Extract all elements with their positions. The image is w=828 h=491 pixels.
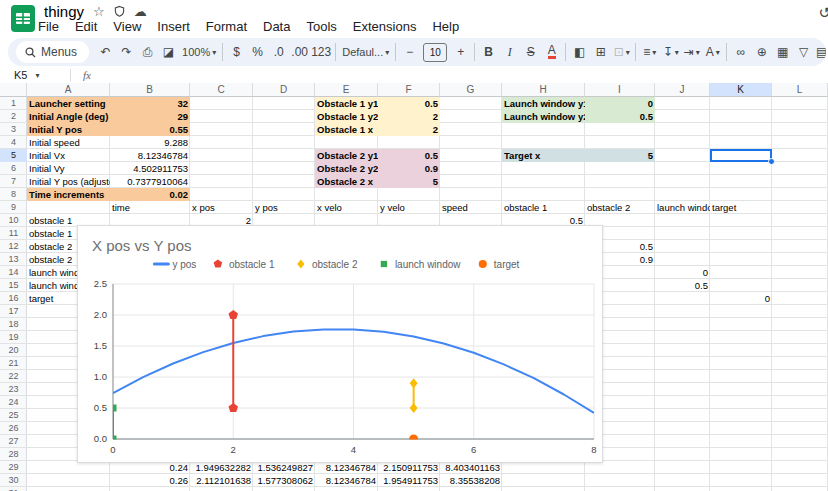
cell-C30[interactable]: 2.112101638 (190, 474, 253, 487)
cell-A4[interactable]: Initial speed (27, 136, 110, 149)
cell-G9[interactable]: speed (440, 201, 502, 214)
cell-E7[interactable]: Obstacle 2 x (315, 175, 378, 188)
cell-B6[interactable]: 4.502911753 (110, 162, 190, 175)
cell-H5[interactable]: Target x (502, 149, 585, 162)
redo-icon[interactable]: ↷ (116, 40, 137, 64)
column-header-d[interactable]: D (253, 83, 315, 97)
cell-B9[interactable]: time (110, 201, 190, 214)
cell-B31[interactable]: 0.28 (110, 487, 190, 491)
menu-item-tools[interactable]: Tools (298, 18, 344, 35)
cell-F30[interactable]: 1.954911753 (378, 474, 440, 487)
cell-D31[interactable]: 1.614446297 (253, 487, 315, 491)
cell-E1[interactable]: Obstacle 1 y1 (315, 97, 378, 110)
cell-B3[interactable]: 0.55 (110, 123, 190, 136)
column-header-j[interactable]: J (655, 83, 710, 97)
row-header-30[interactable]: 30 (0, 474, 27, 487)
row-header-8[interactable]: 8 (0, 188, 27, 201)
cell-F31[interactable]: 1.758911753 (378, 487, 440, 491)
row-header-31[interactable]: 31 (0, 487, 27, 491)
cell-F1[interactable]: 0.5 (378, 97, 440, 110)
row-header-27[interactable]: 27 (0, 435, 27, 448)
cell-J14[interactable]: 0 (655, 266, 710, 279)
row-header-3[interactable]: 3 (0, 123, 27, 136)
row-header-6[interactable]: 6 (0, 162, 27, 175)
paint-format-icon[interactable]: ◪ (158, 40, 179, 64)
cell-A3[interactable]: Initial Y pos (27, 123, 110, 136)
embedded-chart[interactable]: X pos vs Y pos0.00.51.01.52.02.502468y p… (77, 225, 603, 463)
row-header-26[interactable]: 26 (0, 422, 27, 435)
format-as-currency-icon[interactable]: $ (226, 40, 247, 64)
select-all-corner[interactable] (0, 83, 27, 97)
merge-cells-icon[interactable]: ⊡▾ (611, 40, 632, 64)
cell-I2[interactable]: 0.5 (585, 110, 655, 123)
cell-B5[interactable]: 8.12346784 (110, 149, 190, 162)
zoom-button[interactable]: 100%▾ (179, 40, 219, 64)
row-header-7[interactable]: 7 (0, 175, 27, 188)
menu-item-view[interactable]: View (105, 18, 149, 35)
vertical-align-icon[interactable]: ↧▾ (660, 40, 681, 64)
cell-J9[interactable]: launch window (655, 201, 710, 214)
increase-font-size-icon[interactable]: + (450, 40, 471, 64)
insert-chart-icon[interactable]: ▦ (772, 40, 793, 64)
cell-A5[interactable]: Initial Vx (27, 149, 110, 162)
menu-item-insert[interactable]: Insert (149, 18, 198, 35)
active-cell-outline[interactable] (710, 149, 772, 162)
print-icon[interactable]: ⎙ (137, 40, 158, 64)
formula-input[interactable] (91, 67, 828, 83)
column-header-g[interactable]: G (440, 83, 502, 97)
bold-icon[interactable]: B (478, 40, 499, 64)
column-header-b[interactable]: B (110, 83, 190, 97)
row-header-14[interactable]: 14 (0, 266, 27, 279)
column-header-k[interactable]: K (710, 83, 772, 97)
fill-color-icon[interactable]: ◧ (569, 40, 590, 64)
menu-item-extensions[interactable]: Extensions (345, 18, 425, 35)
row-header-17[interactable]: 17 (0, 305, 27, 318)
row-header-16[interactable]: 16 (0, 292, 27, 305)
text-wrap-icon[interactable]: ⇥▾ (681, 40, 702, 64)
font-size-button[interactable]: 10 (420, 40, 450, 64)
cell-F7[interactable]: 5 (378, 175, 440, 188)
row-header-13[interactable]: 13 (0, 253, 27, 266)
cell-B4[interactable]: 9.288 (110, 136, 190, 149)
cell-E5[interactable]: Obstacle 2 y1 (315, 149, 378, 162)
cell-J15[interactable]: 0.5 (655, 279, 710, 292)
row-header-18[interactable]: 18 (0, 318, 27, 331)
cell-B30[interactable]: 0.26 (110, 474, 190, 487)
column-header-c[interactable]: C (190, 83, 253, 97)
cell-E3[interactable]: Obstacle 1 x (315, 123, 378, 136)
cell-C31[interactable]: 2.274570995 (190, 487, 253, 491)
cell-F6[interactable]: 0.9 (378, 162, 440, 175)
cell-E31[interactable]: 8.12346784 (315, 487, 378, 491)
chevron-down-icon[interactable]: ▾ (35, 71, 39, 80)
row-header-15[interactable]: 15 (0, 279, 27, 292)
format-as-percent-icon[interactable]: % (247, 40, 268, 64)
cell-H9[interactable]: obstacle 1 (502, 201, 585, 214)
cell-B8[interactable]: 0.02 (110, 188, 190, 201)
row-header-24[interactable]: 24 (0, 396, 27, 409)
menu-item-file[interactable]: File (30, 18, 67, 35)
row-header-21[interactable]: 21 (0, 357, 27, 370)
cell-C9[interactable]: x pos (190, 201, 253, 214)
name-box[interactable]: K5 ▾ (0, 69, 62, 81)
cell-I1[interactable]: 0 (585, 97, 655, 110)
insert-comment-icon[interactable]: ⊕ (751, 40, 772, 64)
cell-G30[interactable]: 8.35538208 (440, 474, 502, 487)
strikethrough-icon[interactable]: S (520, 40, 541, 64)
more-formats-button[interactable]: 123 (310, 40, 332, 64)
cell-B1[interactable]: 32 (110, 97, 190, 110)
borders-icon[interactable]: ⊞ (590, 40, 611, 64)
row-header-23[interactable]: 23 (0, 383, 27, 396)
cell-D9[interactable]: y pos (253, 201, 315, 214)
fill-handle[interactable] (768, 158, 775, 165)
cell-E30[interactable]: 8.12346784 (315, 474, 378, 487)
search-menus-button[interactable]: Menus (16, 41, 89, 63)
cell-A8[interactable]: Time increments (27, 188, 110, 201)
column-header-l[interactable]: L (772, 83, 828, 97)
column-header-i[interactable]: I (585, 83, 655, 97)
create-filter-icon[interactable]: ▽ (793, 40, 814, 64)
column-header-a[interactable]: A (27, 83, 110, 97)
cell-I9[interactable]: obstacle 2 (585, 201, 655, 214)
cell-B7[interactable]: 0.7377910064 (110, 175, 190, 188)
column-header-f[interactable]: F (378, 83, 440, 97)
star-icon[interactable]: ☆ (93, 5, 105, 18)
